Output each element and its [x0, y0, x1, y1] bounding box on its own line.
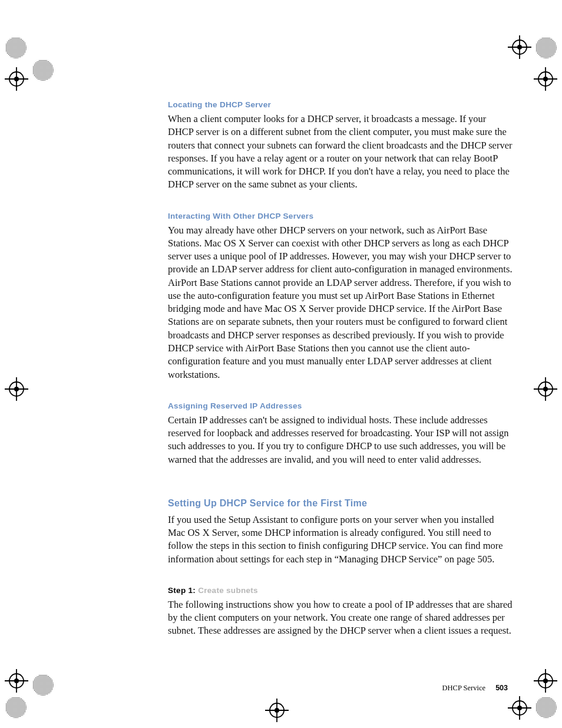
crosshair-icon: [5, 377, 28, 401]
crosshair-icon: [508, 696, 531, 720]
crosshair-icon: [5, 669, 28, 693]
step-1-title: Create subnets: [198, 586, 258, 595]
registration-mark-icon: [31, 58, 55, 83]
svg-point-2: [32, 60, 54, 81]
crosshair-icon: [508, 35, 531, 59]
page-content: Locating the DHCP Server When a client c…: [168, 100, 513, 651]
svg-point-1: [5, 37, 27, 58]
registration-mark-icon: [31, 673, 55, 697]
registration-mark-icon: [534, 695, 558, 720]
svg-point-7: [535, 37, 557, 58]
svg-point-11: [517, 45, 522, 50]
svg-point-6: [14, 77, 19, 81]
crosshair-icon: [5, 67, 28, 91]
heading-setting-up-dhcp-first-time: Setting Up DHCP Service for the First Ti…: [168, 498, 513, 509]
svg-point-34: [517, 706, 522, 710]
svg-point-23: [543, 387, 548, 391]
step-1-label: Step 1:: [168, 586, 198, 595]
svg-point-19: [14, 387, 19, 391]
paragraph-locating-dhcp-server: When a client computer looks for a DHCP …: [168, 113, 513, 192]
crosshair-icon: [534, 377, 557, 401]
heading-locating-dhcp-server: Locating the DHCP Server: [168, 100, 513, 109]
svg-point-25: [32, 674, 54, 696]
paragraph-setting-up-dhcp-first-time: If you used the Setup Assistant to confi…: [168, 513, 513, 566]
heading-step-1-create-subnets: Step 1: Create subnets: [168, 586, 513, 595]
crosshair-icon: [534, 669, 557, 693]
svg-point-24: [5, 697, 27, 718]
registration-mark-icon: [4, 35, 28, 60]
svg-point-30: [535, 697, 557, 718]
paragraph-step-1-create-subnets: The following instructions show you how …: [168, 598, 513, 638]
heading-interacting-other-dhcp: Interacting With Other DHCP Servers: [168, 212, 513, 220]
paragraph-assigning-reserved-ip: Certain IP addresses can't be assigned t…: [168, 414, 513, 466]
svg-point-38: [543, 678, 548, 683]
heading-assigning-reserved-ip: Assigning Reserved IP Addresses: [168, 401, 513, 410]
svg-point-42: [275, 708, 279, 713]
crosshair-icon: [534, 67, 557, 91]
footer-page-number: 503: [495, 684, 508, 692]
svg-point-29: [14, 678, 19, 683]
footer-chapter-title: DHCP Service: [442, 684, 486, 692]
registration-mark-icon: [534, 35, 558, 60]
page-footer: DHCP Service 503: [442, 684, 508, 693]
paragraph-interacting-other-dhcp: You may already have other DHCP servers …: [168, 224, 513, 381]
crosshair-icon: [265, 699, 289, 722]
registration-mark-icon: [4, 695, 28, 720]
svg-point-15: [543, 77, 548, 81]
